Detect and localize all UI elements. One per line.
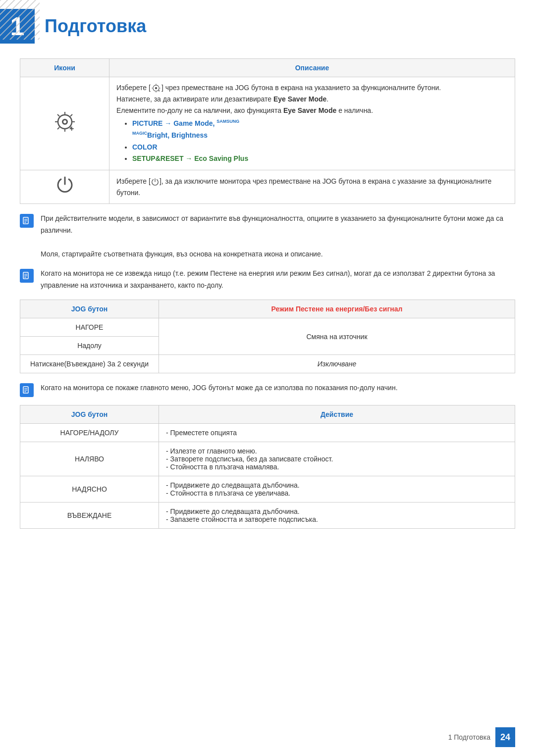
page-title: Подготовка — [45, 16, 146, 37]
svg-rect-1 — [0, 0, 40, 40]
enter-action: - Придвижете до следващата дълбочина. - … — [159, 503, 515, 529]
power-off-action: Изключване — [159, 355, 515, 373]
note3-text: Когато на монитора се покаже главното ме… — [41, 382, 398, 394]
svg-point-4 — [63, 120, 66, 123]
table-row: НАДЯСНО - Придвижете до следващата дълбо… — [20, 476, 515, 503]
jog-enter-btn: ВЪВЕЖДАНЕ — [20, 503, 159, 529]
power-description: Изберете [], за да изключите монитора чр… — [109, 170, 515, 204]
bullet-setup: SETUP&RESET → Eco Saving Plus — [132, 153, 508, 165]
table3-col2-header: Действие — [159, 405, 515, 424]
bullet-color: COLOR — [132, 142, 508, 153]
note-block-1: При действителните модели, в зависимост … — [20, 213, 515, 260]
svg-line-9 — [57, 114, 59, 116]
table2-col1-header: JOG бутон — [20, 300, 159, 318]
table-row: ВЪВЕЖДАНЕ - Придвижете до следващата дъл… — [20, 503, 515, 529]
eye-saver-bullet-list: PICTURE → Game Mode, SAMSUNGMAGICBright,… — [124, 118, 508, 165]
note-pencil-icon-2 — [22, 271, 31, 280]
jog-right-btn: НАДЯСНО — [20, 476, 159, 503]
table1-col2-header: Описание — [109, 59, 515, 77]
left-action: - Излезте от главното меню. - Затворете … — [159, 442, 515, 476]
eye-saver-icon-cell: + — [20, 77, 109, 170]
svg-point-15 — [155, 87, 157, 89]
svg-text:+: + — [69, 124, 74, 133]
change-source-action: Смяна на източник — [159, 318, 515, 355]
note-icon-3 — [20, 383, 34, 397]
table-row: + Изберете [+] чрез преместване на JOG б… — [20, 77, 515, 170]
footer-text: 1 Подготовка — [448, 733, 490, 741]
svg-line-12 — [57, 127, 59, 129]
bullet-picture: PICTURE → Game Mode, SAMSUNGMAGICBright,… — [132, 118, 508, 142]
icons-table: Икони Описание — [20, 58, 515, 204]
eye-saver-desc-line2: Натиснете, за да активирате или дезактив… — [116, 95, 328, 103]
table-row: НАГОРЕ Смяна на източник — [20, 318, 515, 337]
page-header: 1 Подготовка — [0, 0, 535, 49]
table-row: НАГОРЕ/НАДОЛУ - Преместете опцията — [20, 424, 515, 442]
note2-text: Когато на монитора не се извежда нищо (т… — [41, 268, 515, 292]
note-block-3: Когато на монитора се покаже главното ме… — [20, 382, 515, 397]
jog-down-btn: Надолу — [20, 337, 159, 355]
right-action: - Придвижете до следващата дълбочина. - … — [159, 476, 515, 503]
note-pencil-icon-1 — [22, 216, 31, 225]
jog-energy-table: JOG бутон Режим Пестене на енергия/Без с… — [20, 300, 515, 373]
footer-page-number: 24 — [495, 727, 515, 747]
jog-left-btn: НАЛЯВО — [20, 442, 159, 476]
note-pencil-icon-3 — [22, 386, 31, 395]
eye-saver-desc-line1: Изберете [+] чрез преместване на JOG бут… — [116, 84, 441, 92]
main-content: Икони Описание — [0, 58, 535, 557]
note1-text: При действителните модели, в зависимост … — [41, 213, 515, 260]
note-block-2: Когато на монитора не се извежда нищо (т… — [20, 268, 515, 292]
table2-col2-header: Режим Пестене на енергия/Без сигнал — [159, 300, 515, 318]
page-footer: 1 Подготовка 24 — [448, 727, 515, 747]
table3-col1-header: JOG бутон — [20, 405, 159, 424]
note-icon-2 — [20, 269, 34, 283]
svg-text:+: + — [158, 90, 160, 93]
jog-press-btn: Натискане(Въвеждане) За 2 секунди — [20, 355, 159, 373]
jog-up-btn: НАГОРЕ — [20, 318, 159, 337]
eye-saver-desc-line3: Елементите по-долу не са налични, ако фу… — [116, 106, 373, 114]
table-row: Изберете [], за да изключите монитора чр… — [20, 170, 515, 204]
table-row: НАЛЯВО - Излезте от главното меню. - Зат… — [20, 442, 515, 476]
jog-updown-btn: НАГОРЕ/НАДОЛУ — [20, 424, 159, 442]
eye-saver-icon: + — [53, 109, 77, 134]
note-icon-1 — [20, 214, 34, 228]
diagonal-decoration — [0, 0, 40, 40]
table1-col1-header: Икони — [20, 59, 109, 77]
updown-action: - Преместете опцията — [159, 424, 515, 442]
power-icon-cell — [20, 170, 109, 204]
power-desc-text: Изберете [], за да изключите монитора чр… — [116, 177, 491, 196]
jog-action-table: JOG бутон Действие НАГОРЕ/НАДОЛУ - Преме… — [20, 405, 515, 529]
svg-line-11 — [70, 114, 72, 116]
power-icon — [55, 175, 75, 195]
eye-saver-description: Изберете [+] чрез преместване на JOG бут… — [109, 77, 515, 170]
table-row: Натискане(Въвеждане) За 2 секунди Изключ… — [20, 355, 515, 373]
